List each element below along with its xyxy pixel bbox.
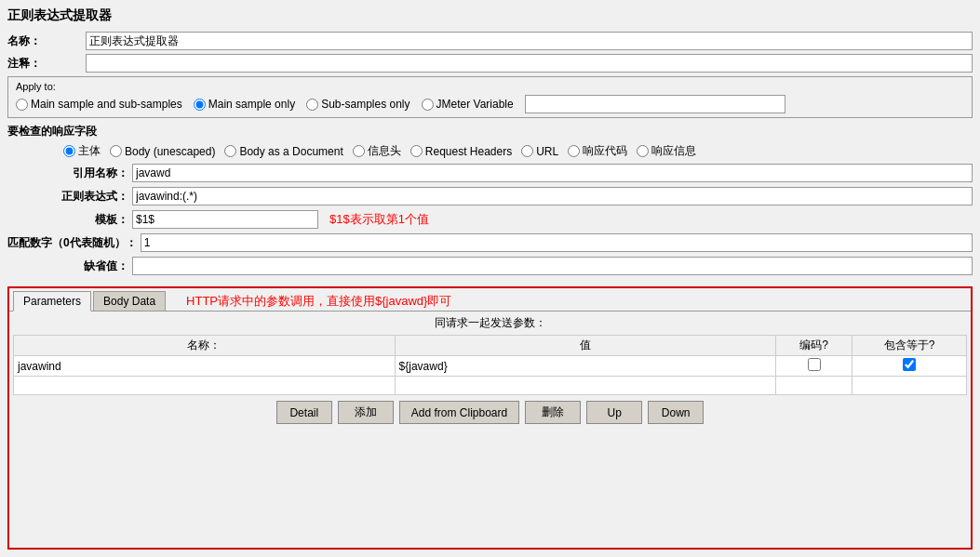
radio-url-input[interactable]: [521, 145, 533, 157]
params-table: 名称： 值 编码? 包含等于? javawind ${javawd}: [13, 335, 967, 395]
radio-req-headers[interactable]: Request Headers: [410, 145, 512, 158]
radio-body-unescaped[interactable]: Body (unescaped): [110, 145, 215, 158]
regex-input[interactable]: [132, 187, 973, 206]
radio-jmeter-var[interactable]: JMeter Variable: [422, 98, 514, 111]
main-container: 正则表达式提取器 名称： 注释： Apply to: Main sample a…: [0, 0, 980, 557]
row-include[interactable]: [852, 356, 967, 377]
row-name: javawind: [14, 356, 396, 377]
radio-url[interactable]: URL: [521, 145, 558, 158]
radio-body-unescaped-label: Body (unescaped): [125, 145, 215, 158]
apply-to-radio-group: Main sample and sub-samples Main sample …: [16, 95, 964, 113]
comment-label: 注释：: [7, 56, 82, 72]
encode-checkbox[interactable]: [808, 358, 821, 371]
template-label: 模板：: [7, 212, 128, 228]
up-button[interactable]: Up: [586, 401, 642, 424]
radio-req-headers-input[interactable]: [410, 145, 423, 157]
col-value-header: 值: [395, 336, 776, 356]
radio-body-label: 主体: [78, 143, 101, 159]
delete-button[interactable]: 删除: [525, 401, 581, 424]
radio-main-only-label: Main sample only: [208, 98, 295, 111]
table-row: javawind ${javawd}: [14, 356, 967, 377]
radio-info-head[interactable]: 信息头: [353, 143, 401, 159]
match-label: 匹配数字（0代表随机）：: [7, 235, 137, 251]
tabs-bar: Parameters Body Data HTTP请求中的参数调用，直接使用${…: [9, 288, 971, 312]
radio-jmeter-var-input[interactable]: [422, 99, 434, 111]
radio-req-headers-label: Request Headers: [425, 145, 512, 158]
radio-resp-code[interactable]: 响应代码: [568, 143, 627, 159]
default-input[interactable]: [132, 257, 973, 275]
radio-main-sub-label: Main sample and sub-samples: [31, 98, 182, 111]
radio-resp-info-label: 响应信息: [651, 143, 696, 159]
radio-sub-only-input[interactable]: [306, 99, 318, 111]
name-label: 名称：: [7, 33, 82, 49]
name-row: 名称：: [7, 32, 973, 50]
col-encode-header: 编码?: [776, 336, 852, 356]
radio-resp-info[interactable]: 响应信息: [637, 143, 696, 159]
radio-resp-code-input[interactable]: [568, 145, 580, 157]
down-button[interactable]: Down: [648, 401, 704, 424]
apply-to-group: Apply to: Main sample and sub-samples Ma…: [7, 76, 973, 118]
add-clipboard-button[interactable]: Add from Clipboard: [399, 401, 519, 424]
radio-main-only[interactable]: Main sample only: [194, 98, 295, 111]
radio-sub-only[interactable]: Sub-samples only: [306, 98, 409, 111]
field-radio-group: 主体 Body (unescaped) Body as a Document 信…: [7, 143, 973, 159]
radio-body-unescaped-input[interactable]: [110, 145, 122, 157]
match-row: 匹配数字（0代表随机）：: [7, 233, 973, 252]
tab-hint: HTTP请求中的参数调用，直接使用${javawd}即可: [186, 293, 451, 310]
bottom-panel: Parameters Body Data HTTP请求中的参数调用，直接使用${…: [7, 286, 973, 550]
regex-label: 正则表达式：: [7, 189, 128, 205]
radio-url-label: URL: [536, 145, 558, 158]
template-hint: $1$表示取第1个值: [329, 211, 429, 228]
field-section-title: 要检查的响应字段: [7, 124, 973, 139]
name-input[interactable]: [86, 32, 973, 50]
radio-body-doc[interactable]: Body as a Document: [224, 145, 342, 158]
ref-name-input[interactable]: [132, 164, 973, 182]
row-value: ${javawd}: [395, 356, 776, 377]
add-button[interactable]: 添加: [338, 401, 394, 424]
radio-main-sub-input[interactable]: [16, 99, 28, 111]
radio-main-only-input[interactable]: [194, 99, 206, 111]
radio-body-doc-label: Body as a Document: [239, 145, 342, 158]
regex-row: 正则表达式：: [7, 187, 973, 206]
jmeter-var-input[interactable]: [525, 95, 785, 113]
tab-body-data[interactable]: Body Data: [93, 291, 166, 311]
col-include-header: 包含等于?: [852, 336, 967, 356]
template-input[interactable]: [132, 210, 318, 229]
send-label: 同请求一起发送参数：: [13, 315, 967, 331]
default-label: 缺省值：: [7, 259, 128, 274]
detail-button[interactable]: Detail: [276, 401, 332, 424]
comment-row: 注释：: [7, 54, 973, 73]
match-input[interactable]: [141, 233, 973, 252]
template-row: 模板： $1$表示取第1个值: [7, 210, 973, 229]
include-checkbox[interactable]: [903, 358, 916, 371]
page-title: 正则表达式提取器: [7, 7, 973, 24]
row-encode[interactable]: [776, 356, 852, 377]
radio-resp-info-input[interactable]: [637, 145, 649, 157]
radio-info-head-label: 信息头: [368, 143, 401, 159]
ref-name-label: 引用名称：: [7, 166, 128, 181]
comment-input[interactable]: [86, 54, 973, 73]
radio-jmeter-var-label: JMeter Variable: [436, 98, 514, 111]
radio-body-input[interactable]: [63, 145, 75, 157]
radio-sub-only-label: Sub-samples only: [321, 98, 409, 111]
form-section: 名称： 注释： Apply to: Main sample and sub-sa…: [7, 32, 973, 275]
col-name-header: 名称：: [14, 336, 396, 356]
ref-name-row: 引用名称：: [7, 164, 973, 182]
apply-to-title: Apply to:: [16, 81, 964, 92]
default-row: 缺省值：: [7, 257, 973, 275]
empty-row: [14, 377, 967, 395]
panel-content: 同请求一起发送参数： 名称： 值 编码? 包含等于? javawind ${ja…: [9, 312, 971, 548]
radio-main-sub[interactable]: Main sample and sub-samples: [16, 98, 182, 111]
tab-parameters[interactable]: Parameters: [13, 291, 91, 312]
radio-resp-code-label: 响应代码: [583, 143, 627, 159]
radio-info-head-input[interactable]: [353, 145, 365, 157]
action-buttons: Detail 添加 Add from Clipboard 删除 Up Down: [13, 395, 967, 430]
radio-body[interactable]: 主体: [63, 143, 101, 159]
radio-body-doc-input[interactable]: [224, 145, 236, 157]
